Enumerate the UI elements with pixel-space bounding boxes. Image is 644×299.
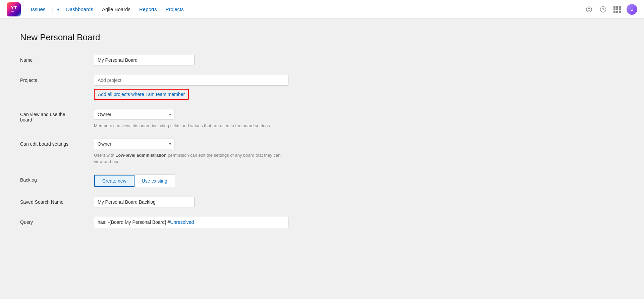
saved-search-control [94,197,288,207]
can-edit-hint: Users with Low-level administration perm… [94,152,288,165]
projects-row: Projects Add all projects where I am tea… [20,75,315,100]
nav-item-issues[interactable]: Issues [28,6,49,12]
apps-icon[interactable] [612,5,622,14]
can-edit-row: Can edit board settings Owner ▾ Users wi… [20,139,315,165]
main-nav: Issues | ▾ Dashboards Agile Boards Repor… [28,6,584,13]
svg-point-1 [588,8,590,10]
query-link-unresolved[interactable]: Unresolved [170,219,194,225]
help-icon[interactable]: ? [598,5,608,14]
query-text-prefix: has: -{Board My Personal Board} # [98,219,170,225]
can-edit-hint-prefix: Users with [94,153,115,158]
saved-search-row: Saved Search Name [20,197,315,207]
add-all-projects-link[interactable]: Add all projects where I am team member [94,89,189,100]
projects-input[interactable] [94,75,288,86]
svg-text:?: ? [602,7,604,12]
nav-item-dashboards[interactable]: Dashboards [63,6,97,12]
name-label: Name [20,55,94,63]
use-existing-button[interactable]: Use existing [135,175,175,187]
name-row: Name [20,55,315,65]
can-view-select[interactable]: Owner [94,109,174,120]
query-control: has: -{Board My Personal Board} #Unresol… [94,217,288,228]
can-edit-select[interactable]: Owner [94,139,174,149]
header: YT — Issues | ▾ Dashboards Agile Boards … [0,0,644,19]
can-edit-control: Owner ▾ Users with Low-level administrat… [94,139,288,165]
can-view-control: Owner ▾ Members can view this board incl… [94,109,288,129]
query-label: Query [20,217,94,225]
can-view-row: Can view and use theboard Owner ▾ Member… [20,109,315,129]
backlog-label: Backlog [20,175,94,183]
nav-item-projects[interactable]: Projects [162,6,187,12]
can-edit-hint-bold: Low-level administration [115,153,166,158]
nav-dropdown-issues[interactable]: ▾ [56,7,61,12]
can-edit-select-wrapper: Owner ▾ [94,139,174,149]
name-input[interactable] [94,55,195,65]
main-content: New Personal Board Name Projects Add all… [0,19,335,251]
backlog-row: Backlog Create new Use existing [20,175,315,187]
user-avatar[interactable]: U [627,4,637,15]
name-control [94,55,288,65]
query-row: Query has: -{Board My Personal Board} #U… [20,217,315,228]
backlog-control: Create new Use existing [94,175,288,187]
nav-item-reports[interactable]: Reports [136,6,160,12]
can-view-hint: Members can view this board including fi… [94,122,288,129]
can-view-label: Can view and use theboard [20,109,94,122]
saved-search-label: Saved Search Name [20,197,94,205]
svg-point-0 [586,7,592,12]
query-field[interactable]: has: -{Board My Personal Board} #Unresol… [94,217,288,228]
saved-search-input[interactable] [94,197,195,207]
backlog-toggle: Create new Use existing [94,175,175,187]
nav-divider: | [51,6,53,13]
page-title: New Personal Board [20,32,315,43]
can-view-select-wrapper: Owner ▾ [94,109,174,120]
projects-control: Add all projects where I am team member [94,75,288,100]
create-new-button[interactable]: Create new [94,175,135,187]
projects-label: Projects [20,75,94,83]
header-right: ? U [584,4,637,15]
nav-item-agile-boards[interactable]: Agile Boards [99,6,134,12]
settings-icon[interactable] [584,5,594,14]
can-edit-label: Can edit board settings [20,139,94,147]
logo[interactable]: YT — [7,2,21,16]
